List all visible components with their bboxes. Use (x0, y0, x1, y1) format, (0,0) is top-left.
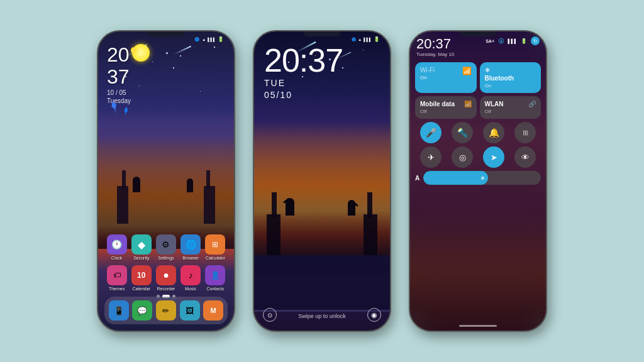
cc-header-icons: SA+ ⦿ ▌▌▌ 🔋 ↻ (486, 36, 540, 45)
cc-date: Tuesday, May 10 (416, 52, 454, 57)
cc-time: 20:37 (416, 36, 454, 52)
app-browser[interactable]: 🌐 Browser (179, 234, 202, 260)
control-center-screen: 20:37 Tuesday, May 10 SA+ ⦿ ▌▌▌ 🔋 ↻ (410, 31, 546, 331)
cc-mic-button[interactable]: 🎤 (420, 122, 441, 143)
tower-structure-left (267, 214, 280, 258)
cc-bell-button[interactable]: 🔔 (483, 122, 504, 143)
cc-battery-icon: 🔋 (519, 36, 528, 45)
calculator-icon: ⊞ (205, 234, 225, 255)
cc-wifi-icon: 📶 (462, 67, 472, 75)
cc-header: 20:37 Tuesday, May 10 SA+ ⦿ ▌▌▌ 🔋 ↻ (415, 36, 541, 57)
cc-bluetooth-tile[interactable]: ✱ Bluetooth On (480, 62, 541, 93)
cc-brightness-label: A (415, 175, 419, 182)
app-music[interactable]: ♪ Music (179, 265, 202, 291)
home-date: 10 / 05 (107, 89, 131, 96)
cc-screen-button[interactable]: ⊞ (514, 122, 536, 143)
app-settings[interactable]: ⚙ Settings (155, 234, 177, 260)
home-time: 20 (107, 44, 131, 66)
app-recorder[interactable]: ● Recorder (155, 265, 177, 291)
cc-location-button[interactable]: ➤ (483, 146, 504, 168)
music-icon: ♪ (180, 265, 201, 285)
lock-wallpaper: 🔵 ▲ ▌▌▌ 🔋 20:37 TUE 05/10 (254, 31, 390, 331)
home-bar (459, 325, 497, 327)
app-label: Browser (182, 256, 199, 260)
status-icons: 🔵 ▲ ▌▌▌ 🔋 (352, 36, 380, 42)
dock-mi[interactable]: M (203, 300, 223, 321)
cc-mobile-data-tile[interactable]: Mobile data Off 📶 (415, 96, 477, 119)
cc-wlan-icon: 🔗 (528, 101, 536, 107)
weather-widget: 20 37 10 / 05 Tuesday (107, 44, 131, 106)
browser-icon: 🌐 (180, 234, 201, 255)
cc-top-tiles: Wi-Fi On 📶 ✱ Bluetooth On Mobile (415, 62, 541, 119)
app-label: Clock (111, 256, 123, 260)
app-security[interactable]: ◆ Security (130, 234, 153, 260)
cc-mobile-status: Off (420, 109, 472, 114)
cc-flashlight-button[interactable]: 🔦 (452, 122, 473, 143)
calendar-icon: 10 (131, 265, 152, 285)
cc-time-section: 20:37 Tuesday, May 10 (416, 36, 454, 57)
cc-wifi-status: On (420, 75, 472, 80)
app-calendar[interactable]: 10 Calendar (130, 265, 153, 291)
cc-wlan-tile[interactable]: WLAN Off 🔗 (480, 96, 541, 119)
security-icon: ◆ (131, 234, 152, 255)
tower-top-l (272, 192, 277, 217)
recorder-icon: ● (156, 265, 176, 285)
app-label: Security (133, 256, 149, 260)
lock-screen: 🔵 ▲ ▌▌▌ 🔋 20:37 TUE 05/10 (254, 31, 390, 331)
phone-1: 🔵 ▲ ▌▌▌ 🔋 20 37 10 / 05 Tuesday (97, 30, 235, 332)
swipe-hint: Swipe up to unlock (298, 313, 346, 319)
contacts-icon: 👤 (205, 265, 225, 285)
dock-phone[interactable]: 📱 (109, 300, 129, 321)
home-screen: 🔵 ▲ ▌▌▌ 🔋 20 37 10 / 05 Tuesday (98, 31, 234, 331)
app-contacts[interactable]: 👤 Contacts (204, 265, 226, 291)
cc-wifi-tile[interactable]: Wi-Fi On 📶 (415, 62, 477, 93)
app-grid: 🕐 Clock ◆ Security ⚙ Settings 🌐 Browser (98, 234, 234, 296)
cc-signal-icon: ▌▌▌ (508, 36, 517, 45)
cc-brightness-bar[interactable]: ☀ (423, 171, 541, 185)
tower-structure-right (364, 214, 377, 258)
cc-bluetooth-status: On (485, 83, 536, 89)
dock-notes[interactable]: ✏ (156, 300, 176, 321)
cc-bluetooth-label: Bluetooth (485, 75, 536, 82)
train-platform (254, 255, 390, 312)
tower-top-r (367, 192, 372, 217)
app-label: Calendar (133, 287, 150, 291)
dock: 📱 💬 ✏ 🖼 M (104, 297, 228, 324)
app-label: Contacts (207, 287, 225, 291)
cc-eye-button[interactable]: 👁 (514, 146, 536, 168)
person-left (133, 177, 140, 192)
app-clock[interactable]: 🕐 Clock (106, 234, 128, 260)
app-label: Music (185, 287, 196, 291)
cc-bt-header: ✱ (485, 67, 536, 74)
cc-brightness-row: A ☀ (415, 171, 541, 185)
power-button[interactable] (234, 94, 235, 119)
app-row-2: 🏷 Themes 10 Calendar ● Recorder ♪ Music (104, 265, 228, 291)
app-calculator[interactable]: ⊞ Calculator (204, 234, 226, 260)
phone-3: 20:37 Tuesday, May 10 SA+ ⦿ ▌▌▌ 🔋 ↻ (409, 30, 547, 332)
cc-sa-label: SA+ (486, 39, 494, 43)
yellow-dot (131, 47, 137, 53)
lock-time-display: 20:37 (264, 44, 343, 77)
cc-brightness-icon: ☀ (480, 175, 486, 182)
status-icons: 🔵 ▲ ▌▌▌ 🔋 (194, 36, 224, 42)
dock-messages[interactable]: 💬 (132, 300, 152, 321)
person-right (187, 178, 193, 192)
power-button[interactable] (546, 94, 547, 119)
clock-icon: 🕐 (107, 234, 127, 255)
settings-icon: ⚙ (156, 234, 176, 255)
cc-airplane-button[interactable]: ✈ (420, 146, 441, 168)
cc-brightness-fill: ☀ (423, 171, 488, 185)
cc-mobile-icon: 📶 (464, 101, 472, 107)
app-label: Themes (109, 287, 125, 291)
cc-icon-row-2: ✈ ◎ ➤ 👁 (415, 146, 541, 168)
cc-wallpaper: 20:37 Tuesday, May 10 SA+ ⦿ ▌▌▌ 🔋 ↻ (410, 31, 546, 331)
tower-left (117, 186, 128, 224)
power-button[interactable] (390, 94, 391, 119)
dock-gallery[interactable]: 🖼 (180, 300, 200, 321)
lock-camera-button[interactable]: ◉ (367, 308, 381, 322)
cc-icon-row-1: 🎤 🔦 🔔 ⊞ (415, 122, 541, 143)
cc-donotdisturb-button[interactable]: ◎ (452, 146, 473, 168)
app-themes[interactable]: 🏷 Themes (106, 265, 128, 291)
cc-refresh-icon[interactable]: ↻ (531, 36, 540, 45)
lock-flashlight-button[interactable]: ⊙ (263, 308, 277, 322)
